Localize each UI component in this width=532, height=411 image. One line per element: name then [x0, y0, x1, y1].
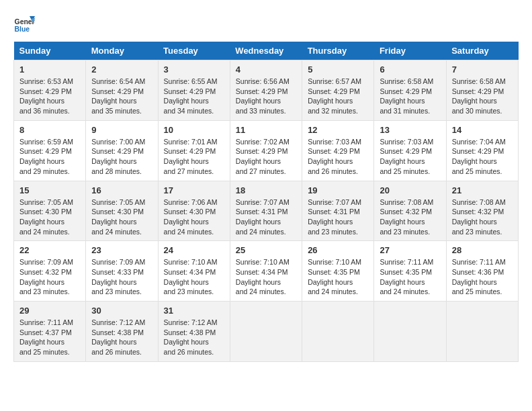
- calendar-cell: 22 Sunrise: 7:09 AMSunset: 4:32 PMDaylig…: [14, 241, 86, 302]
- day-info: Sunrise: 7:10 AMSunset: 4:34 PMDaylight …: [236, 258, 290, 295]
- day-number: 31: [164, 306, 224, 316]
- calendar-cell: 7 Sunrise: 6:58 AMSunset: 4:29 PMDayligh…: [446, 60, 518, 121]
- calendar-cell: [230, 302, 302, 362]
- day-number: 23: [91, 245, 152, 255]
- week-row-2: 8 Sunrise: 6:59 AMSunset: 4:29 PMDayligh…: [14, 120, 519, 181]
- calendar-cell: [302, 302, 374, 362]
- calendar-table: SundayMondayTuesdayWednesdayThursdayFrid…: [13, 42, 519, 362]
- calendar-cell: [446, 302, 518, 362]
- calendar-cell: 18 Sunrise: 7:07 AMSunset: 4:31 PMDaylig…: [230, 181, 302, 241]
- calendar-cell: 15 Sunrise: 7:05 AMSunset: 4:30 PMDaylig…: [14, 181, 86, 241]
- day-number: 30: [91, 306, 152, 316]
- day-info: Sunrise: 7:04 AMSunset: 4:29 PMDaylight …: [452, 138, 506, 175]
- calendar-cell: 31 Sunrise: 7:12 AMSunset: 4:38 PMDaylig…: [158, 302, 230, 362]
- day-number: 18: [236, 185, 296, 195]
- day-info: Sunrise: 7:10 AMSunset: 4:35 PMDaylight …: [308, 258, 361, 295]
- day-number: 15: [19, 185, 80, 195]
- col-header-sunday: Sunday: [14, 42, 86, 60]
- calendar-cell: 8 Sunrise: 6:59 AMSunset: 4:29 PMDayligh…: [14, 120, 86, 181]
- calendar-cell: 30 Sunrise: 7:12 AMSunset: 4:38 PMDaylig…: [86, 302, 158, 362]
- day-number: 8: [19, 125, 80, 135]
- calendar-cell: 16 Sunrise: 7:05 AMSunset: 4:30 PMDaylig…: [86, 181, 158, 241]
- calendar-cell: 27 Sunrise: 7:11 AMSunset: 4:35 PMDaylig…: [374, 241, 446, 302]
- day-number: 17: [164, 185, 224, 195]
- calendar-header-row: SundayMondayTuesdayWednesdayThursdayFrid…: [14, 42, 519, 60]
- day-info: Sunrise: 6:54 AMSunset: 4:29 PMDaylight …: [91, 77, 145, 115]
- day-info: Sunrise: 7:11 AMSunset: 4:35 PMDaylight …: [380, 258, 433, 295]
- calendar-cell: 4 Sunrise: 6:56 AMSunset: 4:29 PMDayligh…: [230, 60, 302, 121]
- week-row-4: 22 Sunrise: 7:09 AMSunset: 4:32 PMDaylig…: [14, 241, 519, 302]
- day-info: Sunrise: 7:07 AMSunset: 4:31 PMDaylight …: [236, 198, 290, 236]
- day-info: Sunrise: 7:10 AMSunset: 4:34 PMDaylight …: [164, 258, 218, 295]
- day-number: 4: [236, 64, 296, 75]
- day-number: 6: [380, 64, 440, 75]
- day-info: Sunrise: 7:08 AMSunset: 4:32 PMDaylight …: [380, 198, 433, 236]
- calendar-cell: 11 Sunrise: 7:02 AMSunset: 4:29 PMDaylig…: [230, 120, 302, 181]
- day-info: Sunrise: 7:12 AMSunset: 4:38 PMDaylight …: [91, 318, 145, 356]
- day-info: Sunrise: 7:01 AMSunset: 4:29 PMDaylight …: [164, 138, 218, 175]
- day-info: Sunrise: 7:00 AMSunset: 4:29 PMDaylight …: [91, 138, 145, 175]
- day-info: Sunrise: 6:53 AMSunset: 4:29 PMDaylight …: [19, 77, 73, 115]
- day-info: Sunrise: 7:06 AMSunset: 4:30 PMDaylight …: [164, 198, 218, 236]
- day-info: Sunrise: 7:12 AMSunset: 4:38 PMDaylight …: [164, 318, 218, 356]
- calendar-cell: 5 Sunrise: 6:57 AMSunset: 4:29 PMDayligh…: [302, 60, 374, 121]
- day-number: 27: [380, 245, 440, 255]
- day-number: 25: [236, 245, 296, 255]
- day-number: 29: [19, 306, 80, 316]
- col-header-thursday: Thursday: [302, 42, 374, 60]
- col-header-wednesday: Wednesday: [230, 42, 302, 60]
- day-info: Sunrise: 7:03 AMSunset: 4:29 PMDaylight …: [380, 138, 433, 175]
- logo: General Blue: [13, 13, 35, 35]
- page-header: General Blue: [13, 13, 519, 35]
- calendar-cell: [374, 302, 446, 362]
- calendar-cell: 17 Sunrise: 7:06 AMSunset: 4:30 PMDaylig…: [158, 181, 230, 241]
- day-number: 5: [308, 64, 368, 75]
- col-header-saturday: Saturday: [446, 42, 518, 60]
- col-header-monday: Monday: [86, 42, 158, 60]
- day-info: Sunrise: 7:09 AMSunset: 4:32 PMDaylight …: [19, 258, 73, 295]
- day-number: 21: [452, 185, 513, 195]
- day-number: 14: [452, 125, 513, 135]
- day-number: 24: [164, 245, 224, 255]
- calendar-cell: 25 Sunrise: 7:10 AMSunset: 4:34 PMDaylig…: [230, 241, 302, 302]
- calendar-cell: 29 Sunrise: 7:11 AMSunset: 4:37 PMDaylig…: [14, 302, 86, 362]
- calendar-cell: 28 Sunrise: 7:11 AMSunset: 4:36 PMDaylig…: [446, 241, 518, 302]
- day-info: Sunrise: 7:09 AMSunset: 4:33 PMDaylight …: [91, 258, 145, 295]
- day-number: 11: [236, 125, 296, 135]
- week-row-1: 1 Sunrise: 6:53 AMSunset: 4:29 PMDayligh…: [14, 60, 519, 121]
- day-number: 16: [91, 185, 152, 195]
- day-info: Sunrise: 7:05 AMSunset: 4:30 PMDaylight …: [19, 198, 73, 236]
- week-row-5: 29 Sunrise: 7:11 AMSunset: 4:37 PMDaylig…: [14, 302, 519, 362]
- calendar-cell: 13 Sunrise: 7:03 AMSunset: 4:29 PMDaylig…: [374, 120, 446, 181]
- day-number: 22: [19, 245, 80, 255]
- day-number: 10: [164, 125, 224, 135]
- calendar-cell: 21 Sunrise: 7:08 AMSunset: 4:32 PMDaylig…: [446, 181, 518, 241]
- day-info: Sunrise: 7:11 AMSunset: 4:37 PMDaylight …: [19, 318, 73, 356]
- day-number: 20: [380, 185, 440, 195]
- calendar-cell: 1 Sunrise: 6:53 AMSunset: 4:29 PMDayligh…: [14, 60, 86, 121]
- day-number: 26: [308, 245, 368, 255]
- col-header-tuesday: Tuesday: [158, 42, 230, 60]
- day-info: Sunrise: 7:02 AMSunset: 4:29 PMDaylight …: [236, 138, 290, 175]
- day-info: Sunrise: 7:03 AMSunset: 4:29 PMDaylight …: [308, 138, 361, 175]
- calendar-cell: 23 Sunrise: 7:09 AMSunset: 4:33 PMDaylig…: [86, 241, 158, 302]
- day-info: Sunrise: 7:07 AMSunset: 4:31 PMDaylight …: [308, 198, 361, 236]
- calendar-cell: 19 Sunrise: 7:07 AMSunset: 4:31 PMDaylig…: [302, 181, 374, 241]
- day-info: Sunrise: 6:59 AMSunset: 4:29 PMDaylight …: [19, 138, 73, 175]
- calendar-cell: 20 Sunrise: 7:08 AMSunset: 4:32 PMDaylig…: [374, 181, 446, 241]
- calendar-cell: 3 Sunrise: 6:55 AMSunset: 4:29 PMDayligh…: [158, 60, 230, 121]
- day-number: 2: [91, 64, 152, 75]
- day-number: 12: [308, 125, 368, 135]
- day-number: 28: [452, 245, 513, 255]
- calendar-cell: 26 Sunrise: 7:10 AMSunset: 4:35 PMDaylig…: [302, 241, 374, 302]
- day-number: 3: [164, 64, 224, 75]
- day-number: 19: [308, 185, 368, 195]
- day-number: 9: [91, 125, 152, 135]
- day-info: Sunrise: 6:55 AMSunset: 4:29 PMDaylight …: [164, 77, 218, 115]
- day-number: 13: [380, 125, 440, 135]
- day-number: 7: [452, 64, 513, 75]
- calendar-cell: 9 Sunrise: 7:00 AMSunset: 4:29 PMDayligh…: [86, 120, 158, 181]
- calendar-cell: 2 Sunrise: 6:54 AMSunset: 4:29 PMDayligh…: [86, 60, 158, 121]
- calendar-cell: 10 Sunrise: 7:01 AMSunset: 4:29 PMDaylig…: [158, 120, 230, 181]
- calendar-cell: 6 Sunrise: 6:58 AMSunset: 4:29 PMDayligh…: [374, 60, 446, 121]
